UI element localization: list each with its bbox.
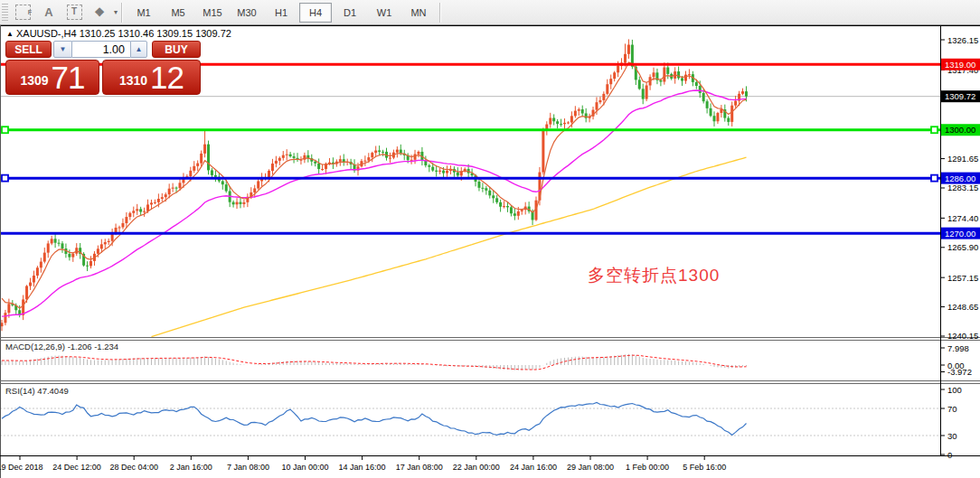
svg-text:0: 0 (947, 450, 952, 460)
svg-text:10 Jan 00:00: 10 Jan 00:00 (281, 463, 328, 472)
buy-button[interactable]: BUY (152, 41, 201, 58)
down-arrow-icon: ▼ (60, 45, 67, 53)
svg-text:70: 70 (947, 404, 957, 414)
svg-text:24 Dec 12:00: 24 Dec 12:00 (52, 463, 101, 472)
svg-text:30: 30 (947, 431, 957, 441)
svg-text:28 Dec 04:00: 28 Dec 04:00 (109, 463, 158, 472)
svg-text:1240.15: 1240.15 (947, 331, 978, 341)
timeframe-button-m30[interactable]: M30 (231, 3, 263, 23)
toolbar-icons: FAT❖ (11, 2, 112, 23)
svg-text:1265.90: 1265.90 (947, 242, 978, 252)
buy-price-box[interactable]: 1310 12 (102, 60, 201, 95)
timeframe-button-h4[interactable]: H4 (299, 3, 332, 23)
timeframe-button-m1[interactable]: M1 (127, 3, 160, 23)
svg-text:1257.15: 1257.15 (947, 273, 978, 283)
svg-text:-3.972: -3.972 (947, 367, 972, 377)
svg-text:1283.15: 1283.15 (947, 183, 978, 192)
toolbar: FAT❖ ▾ M1M5M15M30H1H4D1W1MN (0, 0, 980, 25)
chevron-down-icon[interactable]: ▾ (114, 8, 118, 16)
timeframe-button-d1[interactable]: D1 (334, 3, 366, 23)
svg-text:1309.72: 1309.72 (945, 91, 975, 101)
sell-price-pips: 71 (52, 62, 85, 92)
svg-text:1274.40: 1274.40 (947, 213, 978, 223)
buy-price-pips: 12 (150, 62, 184, 92)
svg-text:14 Jan 16:00: 14 Jan 16:00 (339, 463, 386, 472)
text-label-icon: T (67, 5, 82, 20)
line-handle[interactable] (2, 127, 8, 133)
svg-text:1 Feb 00:00: 1 Feb 00:00 (626, 463, 669, 472)
svg-text:100: 100 (947, 385, 962, 395)
volume-input[interactable] (72, 41, 130, 58)
svg-text:22 Jan 00:00: 22 Jan 00:00 (453, 463, 500, 472)
line-handle[interactable] (931, 127, 938, 133)
svg-text:1291.65: 1291.65 (947, 154, 978, 164)
svg-text:1319.00: 1319.00 (945, 60, 975, 70)
sell-price-main: 1309 (20, 73, 48, 88)
sell-price-box[interactable]: 1309 71 (5, 60, 99, 95)
svg-text:1300.00: 1300.00 (945, 125, 975, 135)
svg-text:7 Jan 08:00: 7 Jan 08:00 (227, 463, 269, 472)
line-handle[interactable] (2, 175, 8, 182)
toolbar-separator (121, 3, 123, 23)
svg-text:29 Jan 08:00: 29 Jan 08:00 (567, 463, 614, 472)
buy-price-main: 1310 (119, 73, 147, 88)
up-arrow-icon: ▲ (136, 45, 143, 53)
volume-increase-button[interactable]: ▲ (130, 41, 147, 58)
timeframe-button-w1[interactable]: W1 (368, 3, 400, 23)
timeframe-buttons: M1M5M15M30H1H4D1W1MN (127, 3, 436, 23)
toolbar-separator (439, 3, 441, 23)
volume-decrease-button[interactable]: ▼ (53, 41, 72, 58)
timeframe-button-h1[interactable]: H1 (265, 3, 297, 23)
svg-text:2 Jan 16:00: 2 Jan 16:00 (170, 463, 212, 472)
sell-button[interactable]: SELL (5, 41, 52, 58)
svg-text:17 Jan 08:00: 17 Jan 08:00 (396, 463, 443, 472)
svg-text:24 Jan 16:00: 24 Jan 16:00 (510, 463, 557, 472)
line-handle[interactable] (931, 175, 938, 182)
toolbar-grip[interactable] (2, 4, 8, 22)
svg-text:1248.65: 1248.65 (947, 302, 978, 312)
svg-text:19 Dec 2018: 19 Dec 2018 (0, 463, 43, 472)
mt4-terminal-window: FAT❖ ▾ M1M5M15M30H1H4D1W1MN 1326.151317.… (0, 0, 980, 478)
svg-text:5 Feb 16:00: 5 Feb 16:00 (683, 463, 726, 472)
one-click-trading-widget: SELL ▼ ▲ BUY 1309 71 1310 12 (5, 41, 201, 95)
timeframe-button-m5[interactable]: M5 (162, 3, 194, 23)
chart-window: 1326.151317.401291.651283.151274.401265.… (0, 25, 980, 478)
auto-trading-icon[interactable]: F (12, 2, 35, 23)
svg-text:1270.00: 1270.00 (945, 229, 975, 239)
indicators-icon[interactable]: ❖ (88, 2, 111, 23)
timeframe-button-mn[interactable]: MN (402, 3, 435, 23)
svg-text:7.998: 7.998 (947, 343, 969, 353)
insert-text-icon[interactable]: A (37, 2, 61, 23)
timeframe-button-m15[interactable]: M15 (196, 3, 229, 23)
svg-text:1326.15: 1326.15 (947, 35, 978, 45)
svg-text:1286.00: 1286.00 (945, 173, 975, 183)
text-label-icon[interactable]: T (62, 2, 86, 23)
